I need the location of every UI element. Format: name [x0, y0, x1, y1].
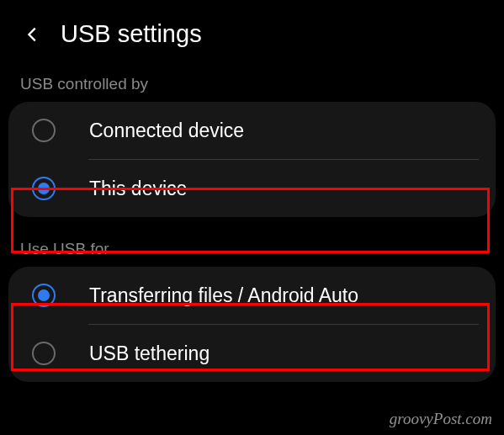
back-icon[interactable] [24, 25, 42, 44]
option-this-device[interactable]: This device [8, 160, 496, 217]
watermark: groovyPost.com [390, 410, 492, 428]
radio-unselected-icon [32, 119, 56, 142]
option-label: Transferring files / Android Auto [89, 284, 358, 307]
section-label-use-for: Use USB for [0, 230, 504, 267]
section-label-controlled-by: USB controlled by [0, 65, 504, 102]
option-label: Connected device [89, 119, 244, 142]
option-label: USB tethering [89, 342, 210, 365]
option-transferring-files[interactable]: Transferring files / Android Auto [8, 267, 496, 324]
radio-selected-icon [32, 284, 56, 307]
header: USB settings [0, 0, 504, 65]
option-usb-tethering[interactable]: USB tethering [8, 325, 496, 382]
controlled-by-card: Connected device This device [8, 102, 496, 217]
option-connected-device[interactable]: Connected device [8, 102, 496, 159]
option-label: This device [89, 178, 187, 200]
radio-selected-icon [32, 177, 56, 200]
radio-unselected-icon [32, 342, 56, 365]
page-title: USB settings [61, 20, 202, 48]
use-for-card: Transferring files / Android Auto USB te… [8, 267, 496, 382]
